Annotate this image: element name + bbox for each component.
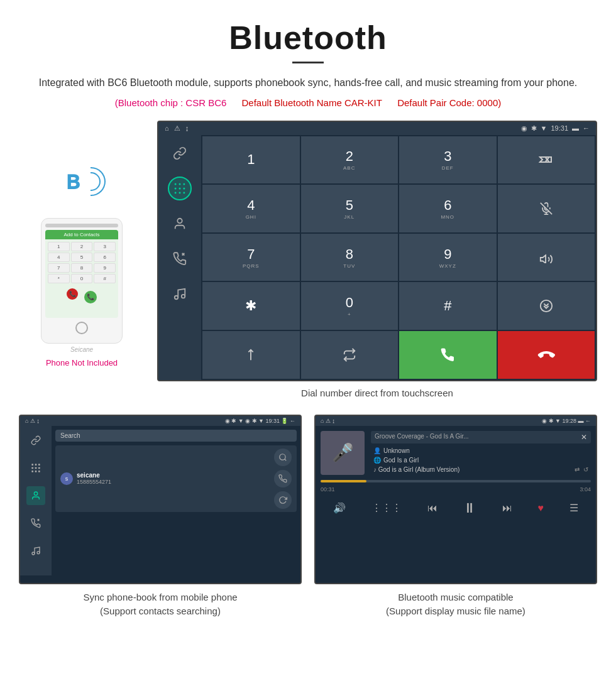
pb-search-bar[interactable]: Search [55, 430, 297, 442]
dial-key-merge[interactable] [202, 331, 300, 379]
pb-contact-number: 15885554271 [77, 479, 274, 485]
status-right: ◉ ✱ ▼ 19:31 ▬ ← [521, 124, 590, 133]
play-pause-btn[interactable]: ⏸ [460, 498, 479, 519]
pb-home-icon: ⌂ [25, 418, 28, 424]
svg-rect-23 [35, 464, 37, 466]
phone-key-1: 1 [48, 242, 70, 251]
battery-icon: ▬ [572, 124, 579, 132]
dial-key-1[interactable]: 1 [202, 136, 300, 184]
pb-sidebar-call[interactable] [26, 514, 45, 533]
pb-refresh-action[interactable] [274, 491, 292, 509]
volume-btn[interactable]: 🔊 [331, 499, 348, 516]
dial-key-mute[interactable] [498, 185, 595, 232]
phone-key-7: 7 [48, 263, 70, 273]
car-dialpad: 1 2ABC 3DEF [201, 135, 596, 380]
phone-key-6: 6 [94, 253, 116, 262]
svg-rect-30 [38, 471, 40, 472]
svg-point-35 [37, 551, 40, 553]
pb-sidebar-contacts[interactable] [26, 486, 45, 505]
pb-call-action[interactable] [274, 470, 292, 487]
svg-rect-29 [35, 471, 37, 472]
svg-point-34 [32, 552, 35, 555]
sidebar-icon-music[interactable] [168, 282, 192, 306]
album-art: 🎤 [321, 431, 365, 475]
dial-key-7[interactable]: 7PQRS [202, 234, 300, 281]
music-warning-icon: ⚠ ↨ [326, 418, 335, 424]
dial-key-swap[interactable] [301, 331, 399, 379]
title-underline [292, 62, 324, 63]
music-progress-bar[interactable] [321, 480, 591, 482]
car-display: ⌂ ⚠ ↨ ◉ ✱ ▼ 19:31 ▬ ← [157, 121, 597, 408]
playlist-btn[interactable]: ☰ [567, 499, 581, 516]
pb-contact-row[interactable]: s seicane 15885554271 [55, 445, 297, 512]
dial-key-3[interactable]: 3DEF [399, 136, 497, 184]
dial-key-2[interactable]: 2ABC [301, 136, 399, 184]
phone-key-9: 9 [94, 263, 116, 273]
music-header: 🎤 Groove Coverage - God Is A Gir... ✕ 👤 … [321, 431, 591, 475]
pb-sidebar-music[interactable] [26, 542, 45, 560]
music-track: ♪ God is a Girl (Album Version) ⇄ ↺ [371, 465, 591, 474]
music-gps-icon: ◉ ✱ ▼ 19:28 ▬ ← [542, 418, 591, 424]
dial-key-end[interactable] [498, 331, 595, 379]
phone-key-2: 2 [71, 242, 93, 251]
phone-not-included: Phone Not Included [46, 358, 118, 368]
sidebar-icon-dialpad[interactable] [168, 177, 192, 200]
pb-search-action[interactable] [274, 449, 292, 466]
dial-key-8[interactable]: 8TUV [301, 234, 399, 281]
svg-rect-24 [38, 464, 40, 466]
dial-key-hash[interactable]: # [399, 282, 497, 330]
svg-rect-8 [184, 192, 185, 193]
dial-key-transfer[interactable] [498, 282, 595, 330]
wifi-icon: ▼ [541, 124, 547, 132]
music-artist: 👤 Unknown [371, 446, 591, 455]
dial-key-volume[interactable] [498, 234, 595, 281]
dial-caption: Dial number direct from touchscreen [157, 381, 597, 408]
car-sidebar [158, 135, 201, 380]
shuffle-icon: ⇄ [575, 466, 580, 473]
pb-contact-info: seicane 15885554271 [77, 472, 274, 485]
sidebar-icon-link[interactable] [168, 141, 192, 165]
phone-call-btn: 📞 [84, 291, 97, 303]
pb-sidebar [20, 426, 52, 575]
pb-status-right: ◉ ✱ ▼ ◉ ✱ ▼ 19:31 🔋 ← [225, 418, 295, 424]
dial-key-star[interactable]: ✱ [202, 282, 300, 330]
dial-key-backspace[interactable] [498, 136, 595, 184]
dial-key-9[interactable]: 9WXYZ [399, 234, 497, 281]
music-time: 00:31 3:04 [321, 486, 591, 493]
dial-key-5[interactable]: 5JKL [301, 185, 399, 232]
svg-rect-1 [179, 183, 181, 185]
left-panel: ʙ Add to Contacts 1 2 3 4 5 6 7 8 9 * [19, 121, 145, 368]
dial-key-call[interactable] [399, 331, 497, 379]
music-caption: Bluetooth music compatible (Support disp… [386, 584, 525, 619]
unknown-icon: 👤 [373, 447, 381, 454]
svg-rect-2 [184, 183, 185, 185]
pb-gps-icon: ◉ ✱ ▼ [225, 418, 245, 424]
music-home-icon: ⌂ [321, 418, 324, 424]
pb-sidebar-dialpad[interactable] [26, 459, 45, 477]
favorite-btn[interactable]: ♥ [536, 500, 547, 516]
dial-key-0[interactable]: 0+ [301, 282, 399, 330]
back-icon: ← [583, 124, 590, 132]
music-close-btn[interactable]: ✕ [581, 433, 587, 442]
dial-key-4[interactable]: 4GHI [202, 185, 300, 232]
next-btn[interactable]: ⏭ [500, 500, 515, 516]
sidebar-icon-call[interactable] [168, 247, 192, 271]
pb-sidebar-link[interactable] [26, 431, 45, 450]
phone-home-btn [75, 322, 88, 334]
car-screen: ⌂ ⚠ ↨ ◉ ✱ ▼ 19:31 ▬ ← [157, 121, 597, 381]
phone-screen-header: Add to Contacts [45, 230, 118, 239]
svg-rect-5 [184, 187, 185, 189]
sidebar-icon-contacts[interactable] [168, 212, 192, 236]
prev-btn[interactable]: ⏮ [425, 500, 440, 516]
usb-icon: ↨ [185, 124, 189, 132]
svg-point-12 [175, 295, 179, 299]
equalizer-btn[interactable]: ⋮⋮⋮ [369, 499, 404, 516]
dial-key-6[interactable]: 6MNO [399, 185, 497, 232]
svg-line-37 [285, 459, 287, 460]
phone-screen: Add to Contacts 1 2 3 4 5 6 7 8 9 * 0 # … [45, 230, 118, 318]
warning-icon: ⚠ [174, 124, 180, 133]
phone-key-4: 4 [48, 253, 70, 262]
music-status-left: ⌂ ⚠ ↨ [321, 418, 335, 424]
pb-status-bar: ⌂ ⚠ ↨ ◉ ✱ ▼ ◉ ✱ ▼ 19:31 🔋 ← [20, 416, 300, 426]
svg-rect-6 [175, 192, 177, 193]
